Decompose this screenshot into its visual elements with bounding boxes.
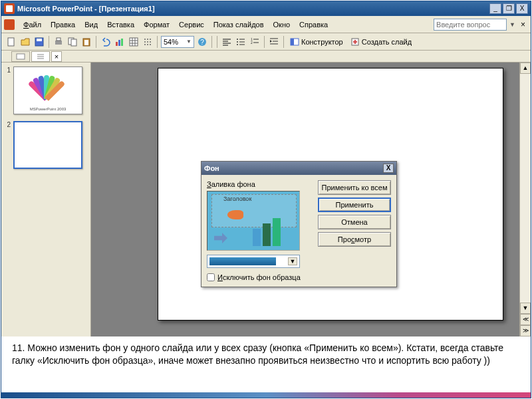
undo-icon[interactable] (100, 36, 112, 48)
fish-icon (227, 210, 243, 219)
background-dialog: Фон X Заливка фона Заголовок (201, 161, 397, 287)
thumb-number: 2 (4, 121, 13, 128)
menu-insert[interactable]: Вставка (102, 18, 139, 31)
svg-point-21 (147, 41, 148, 43)
zoom-value: 54% (164, 38, 178, 46)
menu-slideshow[interactable]: Показ слайдов (209, 18, 269, 31)
designer-button[interactable]: Конструктор (287, 37, 346, 47)
svg-point-17 (144, 39, 146, 40)
svg-point-32 (237, 39, 238, 40)
help-dropdown-icon[interactable]: ▼ (509, 21, 515, 28)
print-icon[interactable] (53, 36, 65, 48)
thumb-number: 1 (4, 66, 13, 74)
window-restore-button[interactable]: ❐ (503, 3, 515, 14)
open-icon[interactable] (19, 36, 31, 48)
chevron-down-icon: ▼ (288, 257, 297, 265)
align-left-icon[interactable] (221, 36, 233, 48)
tutorial-caption: 11. Можно изменить фон у одного слайда и… (8, 339, 524, 391)
thumb1-caption: MSPowerPoint 2003 (14, 107, 82, 111)
slide-thumbnail-1[interactable]: MSPowerPoint 2003 (13, 66, 82, 114)
svg-point-33 (237, 41, 238, 43)
svg-rect-4 (57, 38, 61, 41)
copy-icon[interactable] (66, 36, 78, 48)
color-swatch (209, 257, 276, 265)
bullets-icon[interactable] (235, 36, 247, 48)
window-title: Microsoft PowerPoint - [Презентация1] (17, 5, 489, 13)
powerpoint-icon (4, 3, 15, 14)
svg-text:?: ? (200, 39, 204, 46)
chart-icon[interactable] (114, 36, 126, 48)
apply-all-button[interactable]: Применить ко всем (318, 180, 391, 195)
help-question-input[interactable] (434, 19, 507, 31)
numbering-icon[interactable]: 12 (249, 36, 261, 48)
window-close-button[interactable]: X (516, 3, 528, 14)
chevron-down-icon: ▼ (186, 39, 192, 45)
svg-rect-11 (121, 39, 123, 46)
help-close-button[interactable]: × (518, 20, 528, 29)
window-minimize-button[interactable]: _ (489, 3, 501, 14)
slides-tab[interactable] (11, 51, 30, 62)
help-icon[interactable]: ? (196, 36, 208, 48)
svg-rect-12 (130, 38, 138, 46)
preview-button[interactable]: Просмотр (318, 232, 391, 247)
standard-toolbar: 54% ▼ ? 12 Конструктор Создать слайд (1, 33, 531, 51)
slide-thumbnail-2[interactable] (13, 121, 82, 169)
outline-tabs: × (1, 51, 531, 63)
exclude-master-checkbox[interactable]: Исключить фон образца (207, 273, 311, 281)
svg-point-19 (150, 39, 151, 40)
svg-rect-2 (37, 39, 42, 41)
svg-point-20 (144, 41, 146, 43)
arrow-shape-icon (214, 233, 227, 243)
svg-point-24 (147, 44, 148, 45)
increase-indent-icon[interactable] (268, 36, 280, 48)
svg-point-22 (150, 41, 151, 43)
table-icon[interactable] (128, 36, 140, 48)
decorative-stripe (1, 392, 531, 398)
paste-icon[interactable] (80, 36, 92, 48)
vertical-scrollbar[interactable]: ▲ ▼ ≪ ≫ (519, 63, 531, 336)
menu-format[interactable]: Формат (139, 18, 174, 31)
menu-help[interactable]: Справка (295, 18, 332, 31)
scroll-track[interactable] (520, 74, 531, 303)
scroll-down-icon[interactable]: ▼ (520, 303, 531, 314)
slide-thumbnails-pane: 1 MSPowerPoint 2003 2 (1, 63, 91, 336)
bars-icon (253, 218, 281, 246)
window-titlebar: Microsoft PowerPoint - [Презентация1] _ … (1, 1, 531, 16)
dialog-close-button[interactable]: X (383, 164, 394, 173)
color-fan-icon (31, 72, 64, 99)
svg-rect-9 (116, 42, 118, 46)
menu-file-label: айл (29, 21, 41, 29)
fill-color-dropdown[interactable]: ▼ (207, 255, 300, 268)
fill-label: Заливка фона (207, 180, 311, 188)
tabs-close-button[interactable]: × (51, 51, 62, 62)
apply-button[interactable]: Применить (318, 198, 391, 212)
svg-rect-6 (71, 39, 76, 46)
svg-point-18 (147, 39, 148, 40)
new-icon[interactable] (5, 36, 17, 48)
grid-icon[interactable] (142, 36, 154, 48)
cancel-button[interactable]: Отмена (318, 215, 391, 229)
svg-point-34 (237, 44, 238, 45)
menu-view[interactable]: Вид (80, 18, 102, 31)
designer-label: Конструктор (301, 38, 343, 46)
svg-text:2: 2 (251, 41, 253, 45)
svg-point-23 (144, 44, 146, 45)
next-slide-button[interactable]: ≫ (520, 325, 531, 336)
exclude-master-input[interactable] (207, 273, 215, 281)
svg-point-25 (150, 44, 151, 45)
menu-edit[interactable]: Правка (46, 18, 80, 31)
menu-tools[interactable]: Сервис (174, 18, 209, 31)
svg-rect-0 (8, 38, 14, 46)
menu-window[interactable]: Окно (269, 18, 295, 31)
zoom-combobox[interactable]: 54% ▼ (161, 36, 194, 48)
svg-rect-50 (17, 54, 25, 59)
scroll-up-icon[interactable]: ▲ (520, 63, 531, 74)
outline-tab[interactable] (31, 51, 50, 62)
save-icon[interactable] (33, 36, 45, 48)
exclude-master-label: Исключить фон образца (217, 273, 301, 281)
dialog-titlebar[interactable]: Фон X (201, 162, 396, 175)
svg-rect-8 (84, 40, 88, 45)
prev-slide-button[interactable]: ≪ (520, 314, 531, 325)
new-slide-button[interactable]: Создать слайд (348, 37, 414, 47)
menu-file[interactable]: Файл (19, 18, 46, 31)
